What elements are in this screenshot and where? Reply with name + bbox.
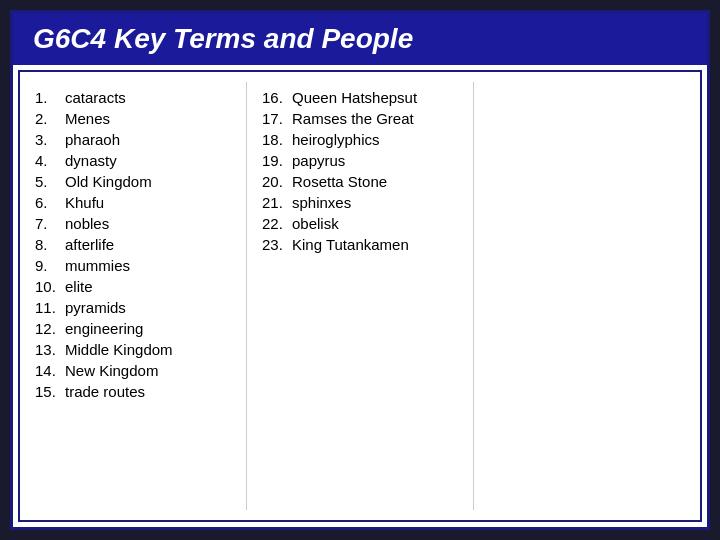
term-number: 1. (35, 89, 65, 106)
term-number: 17. (262, 110, 292, 127)
term-text: mummies (65, 257, 130, 274)
term-text: heiroglyphics (292, 131, 380, 148)
list-item: 3.pharaoh (35, 129, 231, 150)
term-text: nobles (65, 215, 109, 232)
term-number: 18. (262, 131, 292, 148)
list-item: 17.Ramses the Great (262, 108, 458, 129)
list-item: 11.pyramids (35, 297, 231, 318)
term-number: 23. (262, 236, 292, 253)
term-text: dynasty (65, 152, 117, 169)
term-text: Ramses the Great (292, 110, 414, 127)
title-bar: G6C4 Key Terms and People (13, 13, 707, 65)
term-text: King Tutankamen (292, 236, 409, 253)
term-number: 3. (35, 131, 65, 148)
term-text: obelisk (292, 215, 339, 232)
list-item: 18.heiroglyphics (262, 129, 458, 150)
term-number: 10. (35, 278, 65, 295)
column-3 (474, 82, 700, 510)
term-number: 11. (35, 299, 65, 316)
term-number: 13. (35, 341, 65, 358)
term-number: 4. (35, 152, 65, 169)
term-text: Khufu (65, 194, 104, 211)
slide-container: G6C4 Key Terms and People 1.cataracts2.M… (10, 10, 710, 530)
list-item: 13.Middle Kingdom (35, 339, 231, 360)
list-item: 4.dynasty (35, 150, 231, 171)
term-text: Middle Kingdom (65, 341, 173, 358)
term-text: elite (65, 278, 93, 295)
term-text: cataracts (65, 89, 126, 106)
list-item: 15.trade routes (35, 381, 231, 402)
term-number: 2. (35, 110, 65, 127)
list-item: 19.papyrus (262, 150, 458, 171)
term-number: 7. (35, 215, 65, 232)
term-number: 16. (262, 89, 292, 106)
term-number: 5. (35, 173, 65, 190)
term-text: sphinxes (292, 194, 351, 211)
term-text: pharaoh (65, 131, 120, 148)
term-number: 9. (35, 257, 65, 274)
term-number: 15. (35, 383, 65, 400)
list-item: 10.elite (35, 276, 231, 297)
term-text: engineering (65, 320, 143, 337)
term-number: 21. (262, 194, 292, 211)
list-item: 5.Old Kingdom (35, 171, 231, 192)
term-text: Old Kingdom (65, 173, 152, 190)
list-item: 2.Menes (35, 108, 231, 129)
term-text: Menes (65, 110, 110, 127)
term-number: 8. (35, 236, 65, 253)
term-text: trade routes (65, 383, 145, 400)
list-item: 1.cataracts (35, 87, 231, 108)
slide-title: G6C4 Key Terms and People (33, 23, 413, 55)
list-item: 16.Queen Hatshepsut (262, 87, 458, 108)
term-text: Rosetta Stone (292, 173, 387, 190)
list-item: 6.Khufu (35, 192, 231, 213)
term-number: 22. (262, 215, 292, 232)
term-number: 12. (35, 320, 65, 337)
term-text: Queen Hatshepsut (292, 89, 417, 106)
term-text: papyrus (292, 152, 345, 169)
list-item: 21.sphinxes (262, 192, 458, 213)
term-text: New Kingdom (65, 362, 158, 379)
list-item: 20.Rosetta Stone (262, 171, 458, 192)
content-area: 1.cataracts2.Menes3.pharaoh4.dynasty5.Ol… (18, 70, 702, 522)
term-number: 14. (35, 362, 65, 379)
column-2: 16.Queen Hatshepsut17.Ramses the Great18… (247, 82, 474, 510)
list-item: 8.afterlife (35, 234, 231, 255)
list-item: 9.mummies (35, 255, 231, 276)
column-1: 1.cataracts2.Menes3.pharaoh4.dynasty5.Ol… (20, 82, 247, 510)
term-text: pyramids (65, 299, 126, 316)
term-number: 20. (262, 173, 292, 190)
list-item: 12.engineering (35, 318, 231, 339)
term-text: afterlife (65, 236, 114, 253)
term-number: 6. (35, 194, 65, 211)
term-number: 19. (262, 152, 292, 169)
list-item: 14.New Kingdom (35, 360, 231, 381)
list-item: 23.King Tutankamen (262, 234, 458, 255)
list-item: 7.nobles (35, 213, 231, 234)
list-item: 22.obelisk (262, 213, 458, 234)
